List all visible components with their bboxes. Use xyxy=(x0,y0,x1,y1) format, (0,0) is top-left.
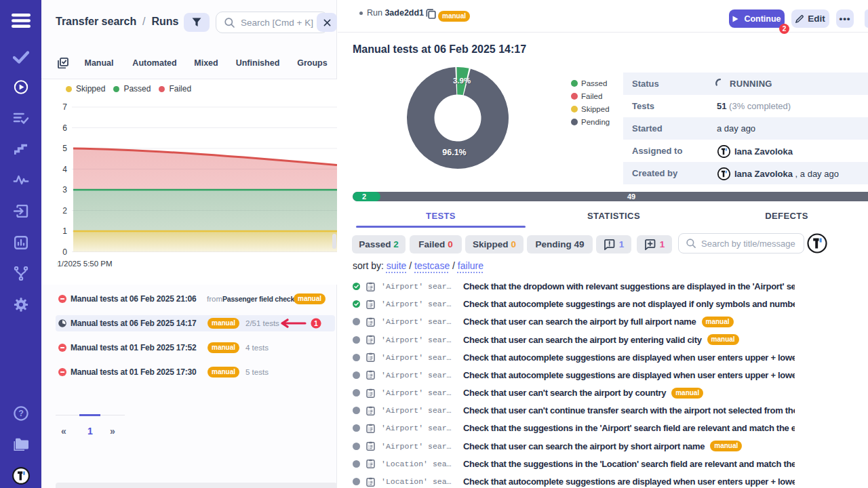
svg-text:1: 1 xyxy=(314,319,318,327)
svg-text:2: 2 xyxy=(62,206,67,216)
svg-text:3.9%: 3.9% xyxy=(453,77,471,85)
svg-text:?: ? xyxy=(18,409,24,418)
svg-text:6: 6 xyxy=(62,123,67,133)
svg-text:4: 4 xyxy=(62,165,67,174)
svg-text:5: 5 xyxy=(62,144,67,153)
svg-text:0: 0 xyxy=(62,247,67,257)
svg-text:3: 3 xyxy=(62,185,67,195)
svg-text:96.1%: 96.1% xyxy=(442,148,466,157)
svg-text:1: 1 xyxy=(62,226,67,236)
svg-text:7: 7 xyxy=(62,102,67,112)
